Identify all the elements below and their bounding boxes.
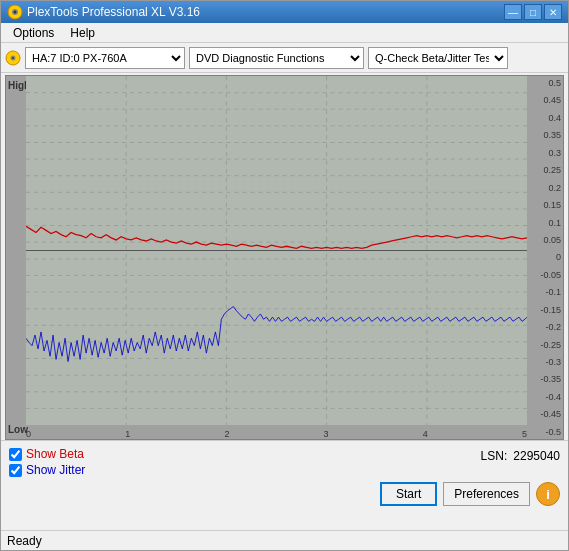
bottom-panel: Show Beta Show Jitter LSN: 2295040 Start… xyxy=(1,440,568,530)
x-tick-5: 5 xyxy=(522,429,527,439)
action-buttons: Start Preferences i xyxy=(380,482,560,506)
show-jitter-label: Show Jitter xyxy=(26,463,85,477)
title-bar: PlexTools Professional XL V3.16 — □ ✕ xyxy=(1,1,568,23)
show-beta-checkbox[interactable] xyxy=(9,448,22,461)
y-tick-0: 0 xyxy=(530,252,561,262)
chart-low-label: Low xyxy=(8,424,28,435)
y-tick-0.3: 0.3 xyxy=(530,148,561,158)
show-beta-label: Show Beta xyxy=(26,447,84,461)
y-tick-n0.3: -0.3 xyxy=(530,357,561,367)
show-jitter-checkbox-label[interactable]: Show Jitter xyxy=(9,463,461,477)
toolbar: HA:7 ID:0 PX-760A DVD Diagnostic Functio… xyxy=(1,43,568,73)
drive-selector[interactable]: HA:7 ID:0 PX-760A xyxy=(25,47,185,69)
show-beta-checkbox-label[interactable]: Show Beta xyxy=(9,447,461,461)
preferences-button[interactable]: Preferences xyxy=(443,482,530,506)
start-button[interactable]: Start xyxy=(380,482,437,506)
test-selector[interactable]: Q-Check Beta/Jitter Test xyxy=(368,47,508,69)
y-tick-0.5: 0.5 xyxy=(530,78,561,88)
y-axis: 0.5 0.45 0.4 0.35 0.3 0.25 0.2 0.15 0.1 … xyxy=(528,76,563,439)
y-tick-n0.05: -0.05 xyxy=(530,270,561,280)
drive-icon xyxy=(5,50,21,66)
y-tick-0.1: 0.1 xyxy=(530,218,561,228)
status-text: Ready xyxy=(7,534,42,548)
minimize-button[interactable]: — xyxy=(504,4,522,20)
function-selector[interactable]: DVD Diagnostic Functions xyxy=(189,47,364,69)
x-tick-4: 4 xyxy=(423,429,428,439)
chart-area: High Low 0.5 0.45 0.4 0.35 0.3 0.25 0.2 … xyxy=(5,75,564,440)
svg-point-5 xyxy=(12,57,14,59)
y-tick-0.35: 0.35 xyxy=(530,130,561,140)
y-tick-n0.35: -0.35 xyxy=(530,374,561,384)
status-bar: Ready xyxy=(1,530,568,550)
svg-point-2 xyxy=(14,11,17,14)
lsn-value: 2295040 xyxy=(513,449,560,463)
x-tick-0: 0 xyxy=(26,429,31,439)
y-tick-0.2: 0.2 xyxy=(530,183,561,193)
y-tick-0.25: 0.25 xyxy=(530,165,561,175)
menu-options[interactable]: Options xyxy=(5,24,62,42)
x-tick-1: 1 xyxy=(125,429,130,439)
y-tick-n0.45: -0.45 xyxy=(530,409,561,419)
checkboxes: Show Beta Show Jitter xyxy=(9,447,461,477)
y-tick-0.15: 0.15 xyxy=(530,200,561,210)
menu-help[interactable]: Help xyxy=(62,24,103,42)
window-title: PlexTools Professional XL V3.16 xyxy=(27,5,504,19)
x-tick-3: 3 xyxy=(324,429,329,439)
y-tick-n0.25: -0.25 xyxy=(530,340,561,350)
lsn-label: LSN: xyxy=(481,449,508,463)
y-tick-0.45: 0.45 xyxy=(530,95,561,105)
maximize-button[interactable]: □ xyxy=(524,4,542,20)
y-tick-n0.5: -0.5 xyxy=(530,427,561,437)
lsn-section: LSN: 2295040 xyxy=(481,449,560,463)
close-button[interactable]: ✕ xyxy=(544,4,562,20)
show-jitter-checkbox[interactable] xyxy=(9,464,22,477)
y-tick-n0.1: -0.1 xyxy=(530,287,561,297)
y-tick-n0.2: -0.2 xyxy=(530,322,561,332)
main-window: PlexTools Professional XL V3.16 — □ ✕ Op… xyxy=(0,0,569,551)
window-controls: — □ ✕ xyxy=(504,4,562,20)
y-tick-0.4: 0.4 xyxy=(530,113,561,123)
chart-svg xyxy=(26,76,527,425)
y-tick-n0.4: -0.4 xyxy=(530,392,561,402)
y-tick-n0.15: -0.15 xyxy=(530,305,561,315)
info-button[interactable]: i xyxy=(536,482,560,506)
x-axis: 0 1 2 3 4 5 xyxy=(26,429,527,439)
app-icon xyxy=(7,4,23,20)
menubar: Options Help xyxy=(1,23,568,43)
y-tick-0.05: 0.05 xyxy=(530,235,561,245)
x-tick-2: 2 xyxy=(224,429,229,439)
